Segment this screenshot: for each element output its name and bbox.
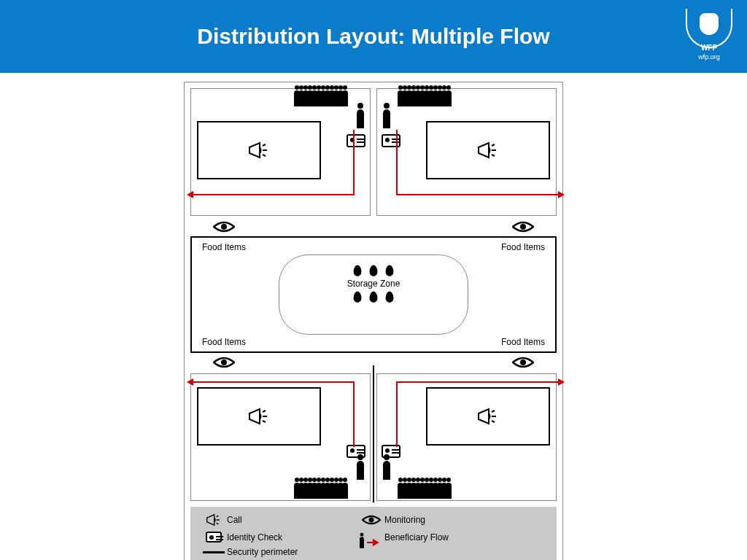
food-items-label: Food Items [202,242,246,252]
megaphone-icon [476,406,500,427]
bag-icon [383,290,396,303]
legend-call: Call [227,515,358,525]
bag-icon [367,290,380,303]
megaphone-icon [204,513,223,527]
bag-icon [367,264,380,277]
call-area [426,121,550,179]
queue-crowd [399,90,452,106]
legend-flow: Beneficiary Flow [384,532,516,542]
megaphone-icon [247,140,271,160]
call-area [426,387,550,446]
legend: Call Monitoring Identity Check Beneficia… [190,507,557,560]
svg-point-4 [369,518,374,523]
eye-icon [213,221,235,233]
security-line-icon [203,551,225,553]
storage-box: Food Items Food Items Food Items Food It… [190,236,557,353]
bag-icon [351,290,364,303]
leader-person [383,109,390,128]
wfp-logo: WFP wfp.org [686,9,732,61]
food-items-label: Food Items [501,242,545,252]
bag-icon [351,264,364,277]
call-area [197,387,321,446]
eye-icon [362,515,381,525]
bottom-right-zone [376,373,557,501]
food-items-label: Food Items [202,337,246,347]
header-bar: Distribution Layout: Multiple Flow WFP w… [0,0,747,73]
bag-icon [383,264,396,277]
svg-point-1 [520,224,526,230]
top-right-zone [376,88,557,216]
leader-person [357,461,364,480]
call-area [197,121,321,179]
eye-icon [213,357,235,368]
legend-monitoring: Monitoring [384,515,516,525]
bottom-left-zone [190,373,371,501]
eye-icon [512,221,534,233]
id-check [347,134,365,147]
legend-security: Security perimeter [227,547,358,557]
storage-label: Storage Zone [279,279,468,289]
svg-point-0 [221,224,227,230]
logo-site: wfp.org [686,53,732,61]
top-left-zone [190,88,371,216]
queue-crowd [295,90,348,106]
leader-person [357,109,364,128]
center-divider [373,365,374,502]
eye-icon [512,357,534,368]
page-title: Distribution Layout: Multiple Flow [197,24,549,49]
storage-zone: Storage Zone [279,254,468,335]
id-check [382,134,400,147]
queue-crowd [399,483,452,499]
svg-point-2 [221,359,227,365]
queue-crowd [295,483,348,499]
megaphone-icon [247,406,271,427]
legend-identity: Identity Check [227,532,358,542]
megaphone-icon [476,140,500,160]
distribution-diagram: Food Items Food Items Food Items Food It… [184,82,563,560]
svg-point-3 [520,359,526,365]
leader-person [383,461,390,480]
food-items-label: Food Items [501,337,545,347]
